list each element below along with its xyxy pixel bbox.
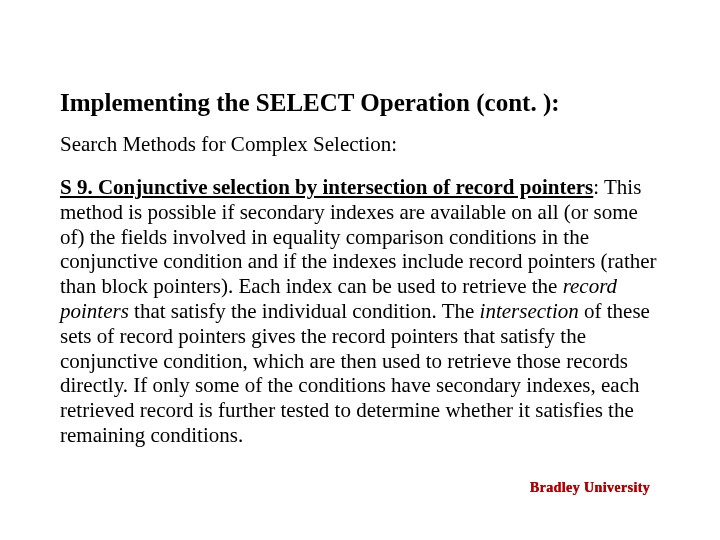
slide-title: Implementing the SELECT Operation (cont.… xyxy=(60,88,660,118)
italic-term-2: intersection xyxy=(480,299,579,323)
method-heading: S 9. Conjunctive selection by intersecti… xyxy=(60,175,593,199)
body-paragraph: S 9. Conjunctive selection by intersecti… xyxy=(60,175,660,447)
slide-subtitle: Search Methods for Complex Selection: xyxy=(60,132,660,157)
body-text-2: that satisfy the individual condition. T… xyxy=(129,299,480,323)
footer-branding: Bradley University xyxy=(530,480,650,496)
slide: Implementing the SELECT Operation (cont.… xyxy=(0,0,720,540)
